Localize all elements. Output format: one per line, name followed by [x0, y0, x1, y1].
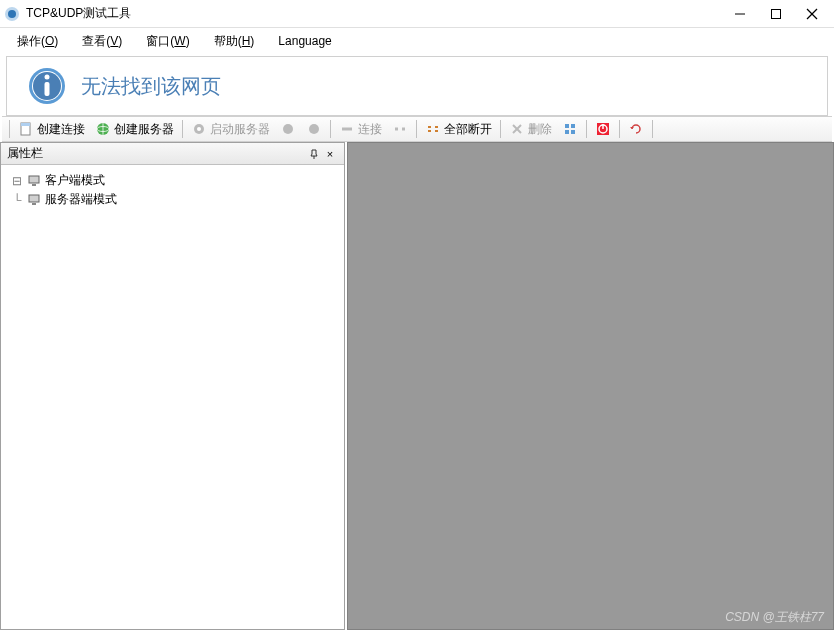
- side-panel-body: ⊟ 客户端模式 └ 服务器端模式: [1, 165, 344, 629]
- pin-button[interactable]: [306, 146, 322, 162]
- titlebar: TCP&UDP测试工具: [0, 0, 834, 28]
- tree-label: 服务器端模式: [45, 191, 117, 208]
- link-icon: [339, 121, 355, 137]
- app-icon: [4, 6, 20, 22]
- menu-language[interactable]: Language: [267, 30, 342, 52]
- tool-quit-button[interactable]: [590, 118, 616, 140]
- computer-icon: [27, 174, 41, 188]
- create-server-button[interactable]: 创建服务器: [90, 118, 179, 141]
- tree-client-mode[interactable]: ⊟ 客户端模式: [5, 171, 340, 190]
- minimize-button[interactable]: [722, 1, 758, 27]
- menu-operate[interactable]: 操作(O): [6, 29, 69, 54]
- svg-rect-3: [772, 9, 781, 18]
- window-controls: [722, 1, 830, 27]
- close-button[interactable]: [794, 1, 830, 27]
- window-title: TCP&UDP测试工具: [26, 5, 722, 22]
- main-content-area: [347, 142, 834, 630]
- gear-icon: [191, 121, 207, 137]
- unlink-icon: [392, 121, 408, 137]
- connect-button[interactable]: 连接: [334, 118, 387, 141]
- side-panel-header: 属性栏 ×: [1, 143, 344, 165]
- info-icon: [27, 66, 67, 106]
- tree-branch-icon: ⊟: [11, 174, 23, 188]
- power-icon: [595, 121, 611, 137]
- banner-text: 无法找到该网页: [81, 73, 221, 100]
- menu-view[interactable]: 查看(V): [71, 29, 133, 54]
- puzzle-icon: [562, 121, 578, 137]
- svg-point-19: [309, 124, 319, 134]
- svg-rect-23: [571, 124, 575, 128]
- menu-window[interactable]: 窗口(W): [135, 29, 200, 54]
- side-panel: 属性栏 × ⊟ 客户端模式 └ 服务器端模式: [0, 142, 345, 630]
- svg-rect-31: [29, 195, 39, 202]
- svg-rect-32: [32, 203, 36, 205]
- svg-rect-29: [29, 176, 39, 183]
- tree-view: ⊟ 客户端模式 └ 服务器端模式: [5, 171, 340, 209]
- menubar: 操作(O) 查看(V) 窗口(W) 帮助(H) Language: [0, 28, 834, 54]
- tree-label: 客户端模式: [45, 172, 105, 189]
- refresh-icon: [628, 121, 644, 137]
- svg-point-1: [8, 10, 16, 18]
- stop-server-button[interactable]: [275, 118, 301, 140]
- svg-rect-22: [565, 124, 569, 128]
- workarea: 属性栏 × ⊟ 客户端模式 └ 服务器端模式: [0, 142, 834, 630]
- delete-button[interactable]: 删除: [504, 118, 557, 141]
- svg-rect-30: [32, 184, 36, 186]
- side-panel-title: 属性栏: [7, 145, 306, 162]
- tool-refresh-button[interactable]: [623, 118, 649, 140]
- globe-icon: [95, 121, 111, 137]
- menu-help[interactable]: 帮助(H): [203, 29, 266, 54]
- svg-rect-10: [45, 82, 50, 96]
- tree-branch-icon: └: [11, 193, 23, 207]
- info-banner: 无法找到该网页: [6, 56, 828, 116]
- start-server-button[interactable]: 启动服务器: [186, 118, 275, 141]
- svg-rect-24: [565, 130, 569, 134]
- create-connection-button[interactable]: 创建连接: [13, 118, 90, 141]
- svg-point-17: [197, 127, 201, 131]
- tree-server-mode[interactable]: └ 服务器端模式: [5, 190, 340, 209]
- svg-point-18: [283, 124, 293, 134]
- stop-disabled-icon: [280, 121, 296, 137]
- computer-icon: [27, 193, 41, 207]
- svg-rect-25: [571, 130, 575, 134]
- delete-icon: [509, 121, 525, 137]
- panel-close-button[interactable]: ×: [322, 146, 338, 162]
- disconnect-all-button[interactable]: 全部断开: [420, 118, 497, 141]
- svg-point-9: [45, 75, 50, 80]
- tool-misc-button[interactable]: [557, 118, 583, 140]
- toolbar: 创建连接 创建服务器 启动服务器 连接 全部断开 删除: [2, 116, 832, 142]
- unlink-all-icon: [425, 121, 441, 137]
- document-icon: [18, 121, 34, 137]
- svg-rect-12: [21, 123, 30, 126]
- stop-button-2[interactable]: [301, 118, 327, 140]
- maximize-button[interactable]: [758, 1, 794, 27]
- disconnect-button[interactable]: [387, 118, 413, 140]
- stop-disabled-icon-2: [306, 121, 322, 137]
